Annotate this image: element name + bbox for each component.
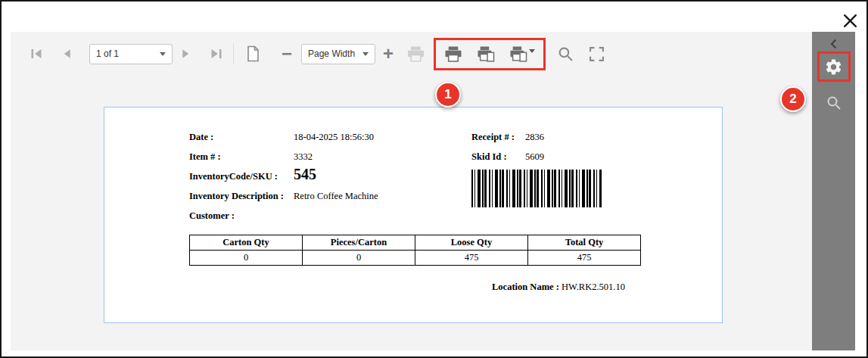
highlight-box-print-group bbox=[434, 38, 546, 70]
item-value: 3332 bbox=[294, 151, 313, 163]
field-skid: Skid Id : bbox=[471, 151, 507, 163]
chevron-down-icon bbox=[160, 52, 166, 56]
page-number-select[interactable]: 1 of 1 bbox=[89, 44, 173, 64]
field-sku: InventoryCode/SKU : bbox=[189, 171, 278, 182]
item-label: Item # : bbox=[189, 151, 221, 162]
settings-gear-icon[interactable] bbox=[824, 58, 843, 76]
zoom-in-icon[interactable]: + bbox=[383, 46, 394, 61]
field-customer: Customer : bbox=[189, 210, 235, 222]
field-description: Inventory Description : bbox=[189, 191, 284, 202]
report-page: Date : 18-04-2025 18:56:30 Item # : 3332… bbox=[104, 107, 723, 323]
table-header: Loose Qty bbox=[415, 235, 528, 251]
table-cell: 0 bbox=[303, 251, 415, 266]
toolbar-separator bbox=[233, 43, 234, 64]
description-value: Retro Coffee Machine bbox=[294, 191, 378, 202]
report-viewer: 1 of 1 − Page Width bbox=[11, 32, 855, 350]
table-header: Carton Qty bbox=[190, 235, 303, 251]
receipt-value: 2836 bbox=[525, 132, 544, 143]
barcode bbox=[471, 170, 602, 207]
panel-search-icon[interactable] bbox=[826, 95, 842, 113]
highlight-box-settings bbox=[817, 51, 851, 82]
table-cell: 0 bbox=[190, 251, 303, 266]
field-date: Date : bbox=[189, 132, 213, 143]
last-page-icon[interactable] bbox=[210, 48, 222, 60]
page-number-value: 1 of 1 bbox=[96, 48, 119, 59]
customer-label: Customer : bbox=[189, 210, 235, 221]
table-header-row: Carton Qty Pieces/Carton Loose Qty Total… bbox=[190, 235, 641, 251]
chevron-down-icon bbox=[529, 49, 535, 53]
chevron-down-icon bbox=[362, 52, 369, 56]
fullscreen-icon[interactable] bbox=[589, 46, 605, 62]
receipt-label: Receipt # : bbox=[471, 132, 515, 142]
report-viewer-window: 1 of 1 − Page Width bbox=[0, 0, 868, 358]
location-label: Location Name : bbox=[492, 282, 559, 292]
single-page-view-icon[interactable] bbox=[246, 45, 260, 62]
skid-value: 5609 bbox=[525, 151, 544, 163]
print-preview-icon[interactable] bbox=[407, 46, 425, 62]
viewer-toolbar: 1 of 1 − Page Width bbox=[11, 32, 812, 76]
field-receipt: Receipt # : bbox=[471, 132, 515, 143]
location-value: HW.RK2.501.10 bbox=[562, 282, 625, 292]
zoom-mode-select[interactable]: Page Width bbox=[301, 44, 375, 64]
search-icon[interactable] bbox=[558, 46, 574, 62]
export-icon[interactable] bbox=[509, 46, 535, 62]
sku-label: InventoryCode/SKU : bbox=[189, 171, 278, 182]
field-location: Location Name : HW.RK2.501.10 bbox=[492, 282, 625, 293]
table-row: 0 0 475 475 bbox=[190, 251, 641, 266]
side-panel bbox=[812, 32, 855, 350]
quantity-table: Carton Qty Pieces/Carton Loose Qty Total… bbox=[189, 235, 641, 266]
field-item: Item # : bbox=[189, 151, 221, 163]
zoom-out-icon[interactable]: − bbox=[282, 46, 292, 61]
table-cell: 475 bbox=[528, 251, 641, 266]
first-page-icon[interactable] bbox=[30, 48, 43, 60]
date-label: Date : bbox=[189, 132, 213, 142]
table-cell: 475 bbox=[415, 251, 528, 266]
zoom-mode-value: Page Width bbox=[308, 48, 355, 59]
print-document-icon[interactable] bbox=[477, 46, 495, 62]
sku-value: 545 bbox=[294, 166, 316, 183]
annotation-badge-1: 1 bbox=[435, 82, 461, 107]
table-header: Total Qty bbox=[528, 235, 641, 251]
print-icon[interactable] bbox=[444, 46, 462, 62]
skid-label: Skid Id : bbox=[471, 151, 507, 162]
description-label: Inventory Description : bbox=[189, 191, 284, 201]
annotation-badge-2: 2 bbox=[780, 86, 806, 112]
previous-page-icon[interactable] bbox=[61, 48, 73, 60]
table-header: Pieces/Carton bbox=[303, 235, 415, 251]
collapse-panel-icon[interactable] bbox=[829, 38, 839, 52]
close-icon[interactable] bbox=[841, 11, 859, 30]
date-value: 18-04-2025 18:56:30 bbox=[294, 132, 374, 143]
next-page-icon[interactable] bbox=[180, 48, 191, 60]
